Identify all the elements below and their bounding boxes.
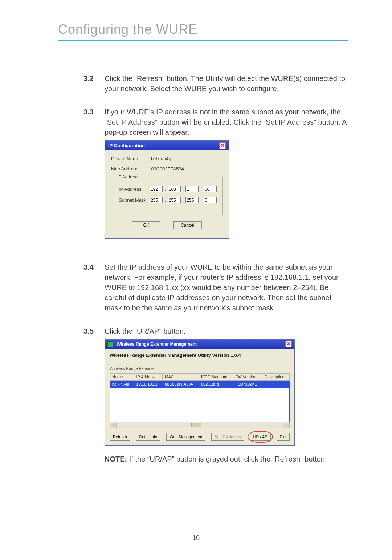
mgmt-dialog: Wireless Range Extender Management ✕ Wir… — [105, 339, 295, 446]
mac-label: Mac Address: — [111, 166, 151, 172]
cell-mac: 00C002FFA534 — [163, 380, 199, 388]
mac-value: 00C002FFA534 — [151, 166, 184, 172]
dialog-title: Wireless Range Extender Management — [117, 342, 197, 347]
subnet-label: Subnet Mask: — [119, 197, 148, 204]
ok-button[interactable]: OK — [132, 221, 160, 229]
mgmt-heading: Wireless Range Extender Management Utili… — [110, 352, 290, 359]
step-text: If your WURE’s IP address is not in the … — [105, 107, 348, 137]
step-text: Click the “UR/AP” button. — [105, 326, 348, 336]
urap-highlight: UR / AP — [250, 433, 270, 441]
cell-ip: 10.10.100.1 — [134, 380, 163, 388]
title-underline — [58, 40, 348, 41]
ip-address-group: IP Address IP Address: . . . — [111, 177, 223, 215]
horizontal-scrollbar[interactable]: ‹ › — [110, 422, 290, 428]
ip-octet-1[interactable] — [150, 186, 163, 192]
group-legend: IP Address — [115, 174, 140, 180]
web-management-button[interactable]: Web Management — [166, 433, 205, 441]
col-name[interactable]: Name — [110, 373, 134, 380]
step-number: 3.4 — [83, 262, 105, 313]
scroll-track[interactable] — [117, 422, 283, 428]
app-icon — [107, 341, 113, 347]
subnet-octet-4[interactable] — [204, 197, 217, 203]
step-number: 3.5 — [83, 326, 105, 464]
subnet-octet-2[interactable] — [168, 197, 181, 203]
dot: . — [183, 197, 184, 204]
set-ip-address-button: Set IP Address — [211, 433, 244, 441]
device-name-value: belkin54g — [151, 156, 171, 162]
dot: . — [200, 186, 202, 193]
col-fw[interactable]: FW Version — [233, 373, 262, 380]
scroll-left-icon[interactable]: ‹ — [110, 423, 117, 428]
col-desc[interactable]: Description — [262, 373, 289, 380]
col-mac[interactable]: MAC — [163, 373, 199, 380]
scroll-right-icon[interactable]: › — [283, 423, 289, 428]
device-name-label: Device Name: — [111, 156, 151, 162]
ur-ap-button[interactable]: UR / AP — [250, 433, 270, 441]
scroll-thumb[interactable] — [191, 423, 201, 427]
step-3-2: 3.2 Click the “Refresh” button. The Util… — [83, 73, 348, 94]
dot: . — [183, 186, 184, 193]
cell-name: belkin54g — [110, 380, 134, 388]
cell-desc — [262, 380, 289, 388]
dialog-titlebar[interactable]: Wireless Range Extender Management ✕ — [105, 340, 294, 349]
ip-octet-2[interactable] — [168, 186, 181, 192]
step-text: Click the “Refresh” button. The Utility … — [105, 73, 348, 94]
ip-config-dialog: IP Configuration ✕ Device Name: belkin54… — [105, 140, 229, 239]
subnet-octet-3[interactable] — [185, 197, 199, 203]
table-empty-space — [110, 388, 290, 422]
exit-button[interactable]: Exit — [277, 433, 290, 441]
table-row[interactable]: belkin54g 10.10.100.1 00C002FFA534 802.1… — [110, 380, 290, 388]
note: NOTE: If the “UR/AP” button is grayed ou… — [105, 454, 348, 464]
ip-octet-4[interactable] — [204, 186, 217, 192]
section-label: Wireless Range Extender — [110, 366, 290, 371]
ip-address-label: IP Address: — [119, 186, 148, 193]
dot: . — [200, 197, 202, 204]
page-number: 10 — [0, 534, 392, 542]
step-text: Set the IP address of your WURE to be wi… — [105, 262, 348, 313]
dialog-titlebar[interactable]: IP Configuration ✕ — [105, 141, 229, 150]
note-label: NOTE: — [105, 455, 127, 463]
cancel-button[interactable]: Cancel — [173, 221, 202, 229]
step-number: 3.2 — [83, 73, 105, 94]
cell-fw: F5D7132v... — [233, 380, 262, 388]
page-title: Configuring the WURE — [58, 22, 348, 37]
device-table[interactable]: Name IP Address MAC IEEE Standard FW Ver… — [110, 373, 290, 423]
cell-ieee: 802.11b/g — [199, 380, 233, 388]
step-number: 3.3 — [83, 107, 105, 249]
col-ip[interactable]: IP Address — [134, 373, 163, 380]
detail-info-button[interactable]: Detail Info — [136, 433, 161, 441]
step-3-5: 3.5 Click the “UR/AP” button. Wireless R… — [83, 326, 348, 464]
dot: . — [164, 186, 166, 193]
col-ieee[interactable]: IEEE Standard — [199, 373, 233, 380]
refresh-button[interactable]: Refresh — [110, 433, 130, 441]
step-3-4: 3.4 Set the IP address of your WURE to b… — [83, 262, 348, 313]
close-icon[interactable]: ✕ — [285, 341, 292, 347]
step-3-3: 3.3 If your WURE’s IP address is not in … — [83, 107, 348, 249]
close-icon[interactable]: ✕ — [219, 142, 226, 149]
dialog-title: IP Configuration — [108, 142, 145, 149]
ip-octet-3[interactable] — [185, 186, 199, 192]
dot: . — [164, 197, 166, 204]
note-text: If the “UR/AP” button is grayed out, cli… — [127, 455, 327, 463]
subnet-octet-1[interactable] — [150, 197, 163, 203]
